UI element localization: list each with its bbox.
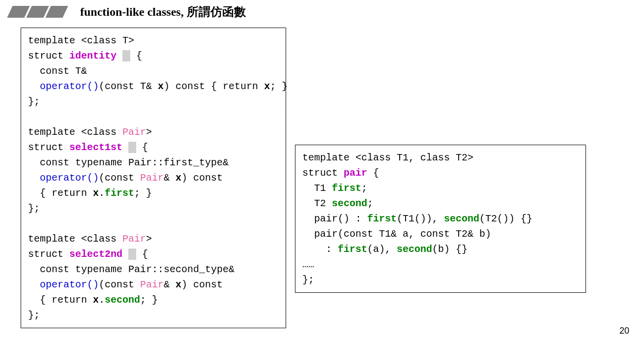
code-block-right: template <class T1, class T2> struct pai… (295, 145, 586, 293)
header: function-like classes, 所謂仿函數 (0, 0, 644, 26)
code-block-left: template <class T> struct identity { con… (21, 28, 286, 328)
decorative-boxes (10, 6, 65, 18)
page-number: 20 (619, 326, 629, 336)
skew-box (45, 6, 68, 18)
slide-title: function-like classes, 所謂仿函數 (80, 4, 246, 20)
